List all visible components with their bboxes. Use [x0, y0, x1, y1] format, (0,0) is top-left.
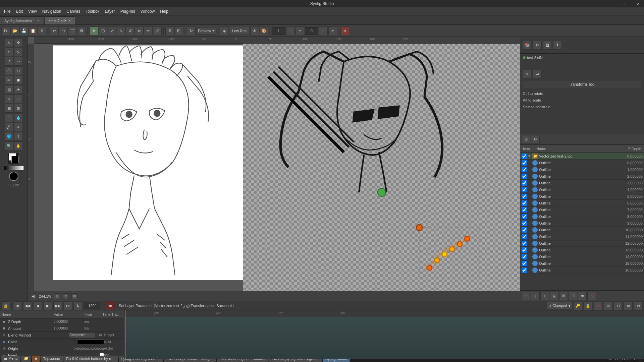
zoom-canvas-tool[interactable]: 🔍 — [5, 141, 13, 150]
layer-checkbox-10[interactable] — [522, 221, 527, 226]
color-value-box[interactable] — [77, 340, 104, 344]
gradient-bar[interactable] — [4, 166, 24, 170]
preview-dropdown[interactable]: Preview ▾ — [196, 27, 216, 35]
circle-tool[interactable]: ○ — [5, 95, 13, 103]
calligraphy-tool[interactable]: ✒ — [14, 123, 23, 131]
layer-checkbox-0[interactable] — [522, 154, 527, 159]
lowres-button[interactable]: Low Res — [229, 27, 250, 35]
tl-prev-btn[interactable]: ◀◀ — [23, 301, 32, 310]
table-row[interactable]: Outline 9,000000 — [520, 220, 644, 227]
transform-icon-2[interactable]: ⇌ — [533, 70, 542, 78]
tl-rewind-btn[interactable]: ◀ — [33, 301, 42, 310]
timeline-tracks[interactable]: |24f |48f |72f |96f — [124, 310, 644, 359]
menu-view[interactable]: View — [25, 8, 40, 14]
canvas-area[interactable]: -150 -200 -150 -100 -50 0 50 100 150 200… — [28, 37, 520, 301]
layer-group-btn[interactable]: ⊞ — [559, 292, 568, 300]
taskbar-fix-btn[interactable]: Fix 910 sketch buttons by ro... — [63, 356, 118, 362]
mirror-tool-btn[interactable]: ⇔ — [135, 26, 144, 35]
layer-merge-btn[interactable]: ⊟ — [569, 292, 577, 300]
table-row[interactable]: Outline 1,000000 — [520, 166, 644, 173]
taskbar-btn3[interactable]: ◆ — [32, 356, 40, 362]
menu-navigation[interactable]: Navigation — [40, 8, 64, 14]
region-tool[interactable]: ▤ — [5, 85, 13, 94]
frame-input[interactable] — [305, 27, 318, 35]
close-preview-btn[interactable]: ✕ — [340, 26, 349, 35]
layer-checkbox-5[interactable] — [522, 187, 527, 192]
smooth-move-tool[interactable]: ⟲ — [5, 48, 13, 56]
color-swatch[interactable] — [8, 152, 20, 164]
tl-begin-btn[interactable]: ⏮ — [13, 301, 22, 310]
table-row[interactable]: Outline 0,000000 — [520, 160, 644, 166]
clamp-dropdown[interactable]: ◇ Clamped ▾ — [547, 302, 572, 309]
table-row[interactable]: Outline 7,000000 — [520, 206, 644, 213]
maximize-button[interactable]: □ — [620, 0, 632, 7]
transform-icon-1[interactable]: ↖ — [523, 70, 532, 78]
playhead[interactable] — [125, 310, 126, 359]
undo-button[interactable]: ↩ — [50, 26, 59, 35]
refresh-btn[interactable]: ↻ — [187, 26, 196, 35]
layer-dup-btn[interactable]: ⎘ — [550, 292, 558, 300]
window-controls[interactable]: ─ □ ✕ — [608, 0, 644, 7]
layer-checkbox-12[interactable] — [522, 234, 527, 239]
canvas-nav-left[interactable]: ◀ — [30, 293, 36, 299]
save-button[interactable]: 💾 — [19, 26, 28, 35]
canvas-icon-btn[interactable]: 🖼 — [543, 41, 552, 50]
frame-plus-btn[interactable]: + — [328, 26, 337, 35]
table-row[interactable]: Outline 11,000000 — [520, 233, 644, 240]
pencil-tool-btn[interactable]: 🖊 — [153, 26, 162, 35]
new-button[interactable]: 🗋 — [1, 26, 10, 35]
tl-end-btn[interactable]: ⏭ — [63, 301, 72, 310]
table-row[interactable]: Outline 16,000000 — [520, 267, 644, 274]
tab-animation1-close[interactable]: ✕ — [37, 19, 40, 22]
node-tool-btn[interactable]: ⬡ — [99, 26, 107, 35]
menu-layer[interactable]: Layer — [102, 8, 118, 14]
layer-checkbox-8[interactable] — [522, 207, 527, 213]
param-row-origin[interactable]: ◎ Origin 0,000000px,0,000000px vector — [0, 345, 124, 352]
file-tree-item[interactable]: test-2.sifz — [523, 55, 641, 60]
table-row[interactable]: Outline 10,000000 — [520, 227, 644, 233]
menu-window[interactable]: Window — [138, 8, 158, 14]
tab-test2-close[interactable]: ✕ — [68, 19, 71, 22]
mirror-tool[interactable]: ⇔ — [14, 57, 23, 66]
tl-keyframe-btn[interactable]: 🔑 — [574, 301, 582, 310]
layer-checkbox-17[interactable] — [522, 267, 527, 273]
info-icon-btn[interactable]: ℹ — [553, 41, 562, 50]
tl-play-btn[interactable]: ▶ — [43, 301, 52, 310]
menu-help[interactable]: Help — [157, 8, 171, 14]
save-as-button[interactable]: 📋 — [29, 26, 37, 35]
table-row[interactable]: Outline 12,000000 — [520, 240, 644, 247]
zoom-out-btn[interactable]: − — [286, 26, 295, 35]
scale-tool-btn[interactable]: ⤡ — [117, 26, 125, 35]
layer-checkbox-16[interactable] — [522, 261, 527, 266]
layer-checkbox-9[interactable] — [522, 214, 527, 219]
layer-add-btn[interactable]: + — [540, 292, 549, 300]
rect-tool[interactable]: □ — [14, 95, 23, 103]
smooth-tool-btn[interactable]: ↗ — [108, 26, 116, 35]
tl-forward-btn[interactable]: ▶▶ — [53, 301, 62, 310]
blend-method-input[interactable] — [68, 333, 95, 338]
menu-canvas[interactable]: Canvas — [64, 8, 83, 14]
table-row[interactable]: Outline 4,000000 — [520, 186, 644, 193]
layer-checkbox-7[interactable] — [522, 200, 527, 206]
snap-btn[interactable]: ⊞ — [174, 26, 183, 35]
pencil-tool[interactable]: 🖊 — [5, 123, 13, 131]
taskbar-menu-btn[interactable]: ☰ Menu — [1, 356, 20, 362]
redo-button[interactable]: ↪ — [59, 26, 68, 35]
param-row-blend[interactable]: ≡ Blend Method ⛓ integer — [0, 332, 124, 339]
tangent-tool[interactable]: ⟨⟩ — [14, 66, 23, 75]
layer-expand-0[interactable]: ▾ — [528, 154, 532, 158]
table-row[interactable]: Outline 15,000000 — [520, 260, 644, 267]
layer-checkbox-6[interactable] — [522, 194, 527, 199]
layer-checkbox-15[interactable] — [522, 254, 527, 259]
layer-checkbox-4[interactable] — [522, 180, 527, 186]
fill-tool[interactable]: 🪣 — [5, 132, 13, 141]
round-color-swatch[interactable] — [9, 172, 18, 181]
param-row-amount[interactable]: π Amount 1,000000 real — [0, 325, 124, 332]
canvas-fit-btn[interactable]: ⊞ — [54, 293, 60, 299]
layer-delete-btn[interactable]: ✕ — [587, 292, 596, 300]
menu-plugins[interactable]: Plug-Ins — [118, 8, 138, 14]
frame-minus-btn[interactable]: − — [319, 26, 328, 35]
transform-tool-btn[interactable]: ✥ — [90, 26, 98, 35]
bline-tool[interactable]: ✏ — [5, 76, 13, 84]
tab-animation1[interactable]: Synfig Animation 1 ✕ — [0, 16, 44, 24]
